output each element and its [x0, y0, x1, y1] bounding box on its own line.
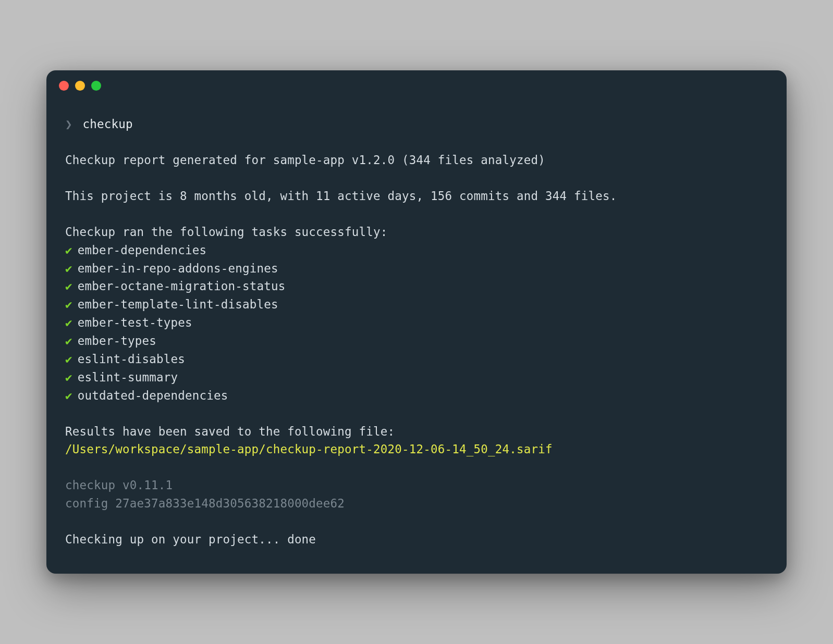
task-name: ember-test-types — [78, 314, 192, 332]
project-summary: This project is 8 months old, with 11 ac… — [65, 187, 768, 205]
task-item: ✔ember-in-repo-addons-engines — [65, 259, 768, 278]
checkmark-icon: ✔ — [65, 277, 72, 295]
prompt-chevron-icon: ❯ — [65, 117, 72, 131]
checkmark-icon: ✔ — [65, 241, 72, 259]
results-block: Results have been saved to the following… — [65, 423, 768, 459]
task-name: ember-types — [78, 332, 156, 350]
checkmark-icon: ✔ — [65, 314, 72, 332]
checkmark-icon: ✔ — [65, 259, 72, 278]
task-item: ✔ember-types — [65, 332, 768, 350]
results-intro: Results have been saved to the following… — [65, 423, 768, 441]
version-line: checkup v0.11.1 — [65, 476, 768, 494]
terminal-content[interactable]: ❯ checkup Checkup report generated for s… — [46, 101, 787, 574]
task-item: ✔ember-test-types — [65, 314, 768, 332]
project-summary-block: This project is 8 months old, with 11 ac… — [65, 187, 768, 205]
task-name: outdated-dependencies — [78, 387, 228, 405]
footer-block: checkup v0.11.1 config 27ae37a833e148d30… — [65, 476, 768, 513]
task-name: eslint-summary — [78, 368, 178, 387]
tasks-list: ✔ember-dependencies✔ember-in-repo-addons… — [65, 241, 768, 405]
checkmark-icon: ✔ — [65, 350, 72, 368]
report-header-block: Checkup report generated for sample-app … — [65, 151, 768, 169]
task-item: ✔ember-dependencies — [65, 241, 768, 259]
task-item: ✔eslint-summary — [65, 368, 768, 387]
checkmark-icon: ✔ — [65, 295, 72, 314]
task-item: ✔ember-template-lint-disables — [65, 295, 768, 314]
maximize-button[interactable] — [91, 81, 101, 91]
window-titlebar — [46, 70, 787, 101]
checkmark-icon: ✔ — [65, 387, 72, 405]
tasks-block: Checkup ran the following tasks successf… — [65, 223, 768, 405]
checkmark-icon: ✔ — [65, 368, 72, 387]
task-item: ✔ember-octane-migration-status — [65, 277, 768, 295]
minimize-button[interactable] — [75, 81, 85, 91]
task-name: ember-octane-migration-status — [78, 277, 286, 295]
command-text: checkup — [83, 117, 133, 131]
prompt-line: ❯ checkup — [65, 115, 768, 133]
close-button[interactable] — [59, 81, 69, 91]
config-line: config 27ae37a833e148d305638218000dee62 — [65, 494, 768, 513]
terminal-window: ❯ checkup Checkup report generated for s… — [46, 70, 787, 574]
checkmark-icon: ✔ — [65, 332, 72, 350]
task-name: ember-in-repo-addons-engines — [78, 259, 278, 278]
task-item: ✔eslint-disables — [65, 350, 768, 368]
task-name: eslint-disables — [78, 350, 185, 368]
report-header: Checkup report generated for sample-app … — [65, 151, 768, 169]
task-item: ✔outdated-dependencies — [65, 387, 768, 405]
task-name: ember-dependencies — [78, 241, 206, 259]
status-line: Checking up on your project... done — [65, 530, 768, 549]
results-file-path: /Users/workspace/sample-app/checkup-repo… — [65, 440, 768, 459]
status-block: Checking up on your project... done — [65, 530, 768, 549]
tasks-intro: Checkup ran the following tasks successf… — [65, 223, 768, 241]
task-name: ember-template-lint-disables — [78, 295, 278, 314]
